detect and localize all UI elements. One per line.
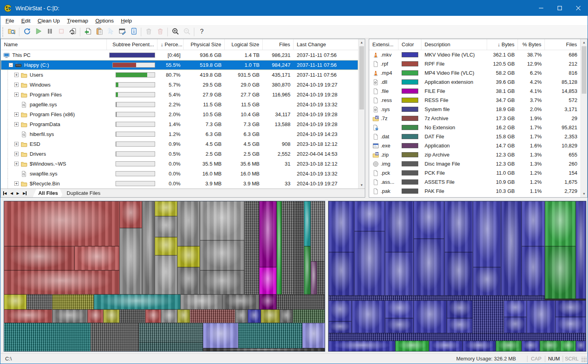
treemap-cell[interactable] <box>259 267 277 294</box>
resize-grip-icon[interactable] <box>581 357 587 362</box>
extension-row[interactable]: 7z.7z7z Archive17.3 GB1.9%29 <box>369 114 580 123</box>
treemap-cell[interactable] <box>304 201 310 246</box>
extension-scrollbar[interactable]: ▲ ▼ <box>580 39 587 197</box>
extension-row[interactable]: .dllApplication extension39.6 GB4.2%85,1… <box>369 77 580 87</box>
menu-item-treemap[interactable]: Treemap <box>63 17 92 25</box>
treemap-cell[interactable] <box>317 261 325 294</box>
column-header-name[interactable]: Name <box>1 39 107 50</box>
zoom-out-button[interactable] <box>181 26 192 37</box>
column-header-color[interactable]: Color <box>398 39 421 50</box>
treemap-cell[interactable] <box>119 201 142 228</box>
treemap-cell[interactable] <box>259 294 277 309</box>
extension-row[interactable]: .imgDisc Image File12.3 GB1.3%260 <box>369 159 580 168</box>
column-header-bytes[interactable]: % Bytes <box>518 39 545 50</box>
table-row[interactable]: This PC[0:46]936.6 GB1.4 TB986,2312037-1… <box>1 50 358 60</box>
treemap-cell[interactable] <box>501 201 522 296</box>
treemap-cell[interactable] <box>504 300 527 317</box>
treemap-cell[interactable] <box>277 294 325 309</box>
treemap-cell[interactable] <box>91 323 139 351</box>
scrollbar-thumb[interactable] <box>582 46 586 94</box>
treemap-cell[interactable] <box>190 309 235 323</box>
treemap-cell[interactable] <box>238 323 302 351</box>
treemap-cell[interactable] <box>540 341 560 351</box>
treemap-cell[interactable] <box>473 267 501 296</box>
treemap-cell[interactable] <box>200 270 245 294</box>
menu-item-clean-up[interactable]: Clean Up <box>34 17 63 25</box>
treemap-cell[interactable] <box>177 267 200 294</box>
treemap-cell[interactable] <box>473 300 504 334</box>
menu-item-file[interactable]: File <box>2 17 18 25</box>
treemap-cell[interactable] <box>177 201 200 246</box>
extension-row[interactable]: .ass...ASSETS File10.9 GB1.2%1,675 <box>369 177 580 187</box>
command-prompt-button[interactable] <box>116 26 128 37</box>
treemap-cell[interactable] <box>447 318 472 333</box>
treemap-cell[interactable] <box>52 294 94 309</box>
treemap-cell[interactable] <box>155 237 177 255</box>
table-row[interactable]: +$Windows.~WS0.0%35.5 MB35.6 MB312023-10… <box>1 159 358 169</box>
treemap-cell[interactable] <box>282 201 294 294</box>
treemap-cell[interactable] <box>328 296 545 300</box>
close-button[interactable] <box>569 0 588 16</box>
treemap-cell[interactable] <box>87 309 104 323</box>
minimize-button[interactable] <box>532 0 550 16</box>
treemap-cell[interactable] <box>4 309 52 323</box>
treemap-cell[interactable] <box>522 246 545 296</box>
treemap-cell[interactable] <box>155 216 177 237</box>
treemap-cell[interactable] <box>155 255 177 294</box>
stop-button[interactable] <box>55 26 67 37</box>
treemap-cell[interactable] <box>385 300 413 319</box>
treemap-cell[interactable] <box>413 300 447 334</box>
treemap-cell[interactable] <box>294 201 304 294</box>
column-header-description[interactable]: Description <box>421 39 487 50</box>
column-header-extensi[interactable]: Extensi... <box>369 39 398 50</box>
menu-item-edit[interactable]: Edit <box>18 17 34 25</box>
extension-row[interactable]: .pakPAK File10.3 GB1.1%2,729 <box>369 187 580 196</box>
treemap-cell[interactable] <box>354 201 385 231</box>
treemap-cell[interactable] <box>222 294 259 309</box>
treemap-cell[interactable] <box>4 201 119 246</box>
open-button[interactable] <box>6 26 17 37</box>
treemap-cell[interactable] <box>576 201 586 299</box>
treemap-cell[interactable] <box>261 309 280 323</box>
scroll-down-icon[interactable]: ▼ <box>358 182 365 189</box>
treemap-cell[interactable] <box>444 201 473 252</box>
tab-last-button[interactable]: ▶ <box>23 191 27 195</box>
tab-prev-button[interactable]: ◀ <box>10 191 13 195</box>
treemap-d-drive[interactable] <box>328 201 586 352</box>
treemap-cell[interactable] <box>142 201 155 294</box>
treemap-cell[interactable] <box>522 341 540 351</box>
menu-item-options[interactable]: Options <box>92 17 118 25</box>
treemap-cell[interactable] <box>259 201 277 267</box>
scroll-up-icon[interactable]: ▲ <box>581 39 587 46</box>
table-row[interactable]: +ProgramData1.4%7.3 GB7.3 GB13,5882024-1… <box>1 119 358 129</box>
tab-next-button[interactable]: ▶ <box>17 191 19 195</box>
treemap-cell[interactable] <box>155 201 177 216</box>
column-header-files[interactable]: Files <box>545 39 580 50</box>
treemap-cell[interactable] <box>555 300 586 317</box>
treemap-cell[interactable] <box>4 270 119 294</box>
treemap-cell[interactable] <box>447 300 472 319</box>
extension-row[interactable]: .sysSystem file18.9 GB2.0%3,171 <box>369 105 580 114</box>
file-tree-scrollbar[interactable]: ▲ ▼ <box>358 39 365 189</box>
treemap-cell[interactable] <box>203 323 238 349</box>
treemap-cell[interactable] <box>527 300 555 334</box>
treemap-cell[interactable] <box>504 317 527 334</box>
table-row[interactable]: hiberfil.sys1.2%6.3 GB6.3 GB2024-10-19 1… <box>1 129 358 139</box>
treemap-cell[interactable] <box>235 309 248 323</box>
treemap-cell[interactable] <box>145 309 161 323</box>
treemap-cell[interactable] <box>200 201 245 240</box>
table-row[interactable]: +$Recycle.Bin0.0%3.9 MB3.9 MB332024-10-1… <box>1 179 358 189</box>
scrollbar-thumb[interactable] <box>359 46 364 109</box>
column-header-perce[interactable]: ↓ Perce... <box>157 39 184 50</box>
treemap-cell[interactable] <box>385 318 413 333</box>
pause-button[interactable] <box>44 26 55 37</box>
treemap-cell[interactable] <box>280 309 292 323</box>
treemap-cell[interactable] <box>385 252 413 296</box>
extension-row[interactable]: .exeApplication14.7 GB1.6%10,829 <box>369 141 580 150</box>
treemap-cell[interactable] <box>103 309 119 323</box>
extension-row[interactable]: .pckPCK File11.0 GB1.2%154 <box>369 168 580 177</box>
treemap-cell[interactable] <box>463 341 496 351</box>
delete-permanent-button[interactable] <box>154 26 166 37</box>
expand-icon[interactable]: + <box>14 152 19 156</box>
treemap-cell[interactable] <box>395 341 429 351</box>
